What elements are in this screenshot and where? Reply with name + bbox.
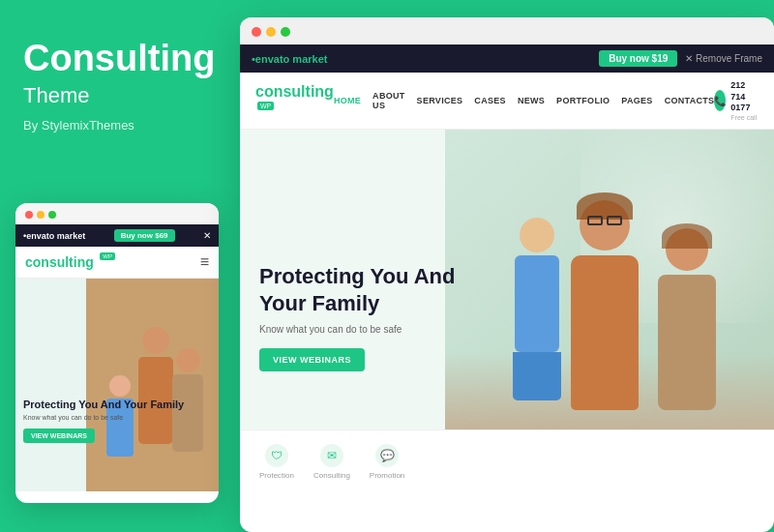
- mobile-logo: consulting WP: [25, 253, 115, 271]
- nav-services[interactable]: SERVICES: [417, 96, 463, 105]
- mobile-topbar: •envato market Buy now $69 ✕: [15, 224, 219, 247]
- close-icon[interactable]: ✕: [203, 230, 211, 241]
- nav-about[interactable]: ABOUT US: [372, 91, 405, 110]
- dp-remove-frame[interactable]: ✕ Remove Frame: [685, 53, 762, 64]
- nav-cases[interactable]: CASES: [474, 96, 506, 105]
- mobile-cta-button[interactable]: VIEW WEBINARS: [23, 429, 95, 443]
- feature-consulting-label: Consulting: [313, 471, 350, 480]
- mobile-hero-subtext: Know what you can do to be safe: [23, 414, 184, 421]
- feature-protection-label: Protection: [259, 471, 294, 480]
- mom-figure: [658, 228, 716, 410]
- dp-hero-section: Protecting You And Your Family Know what…: [240, 130, 774, 429]
- dp-green-dot: [281, 27, 290, 37]
- mobile-buy-button[interactable]: Buy now $69: [114, 229, 175, 242]
- protection-icon: 🛡: [265, 444, 288, 467]
- nav-contacts[interactable]: CONTACTS: [665, 96, 715, 105]
- nav-home[interactable]: HOME: [334, 96, 361, 105]
- dp-buy-button[interactable]: Buy now $19: [599, 50, 677, 67]
- dp-hero-subtext: Know what you can do to be safe: [259, 324, 462, 335]
- dp-navigation: HOME ABOUT US SERVICES CASES NEWS PORTFO…: [334, 91, 714, 110]
- dp-red-dot: [252, 27, 261, 37]
- dp-features-section: 🛡 Protection ✉ Consulting 💬 Promotion: [240, 429, 774, 493]
- dp-phone-info: 212 714 0177 Free call: [730, 80, 759, 121]
- phone-icon: 📞: [714, 90, 726, 111]
- child-figure: [513, 218, 561, 400]
- feature-consulting: ✉ Consulting: [313, 444, 350, 480]
- dp-phone-number: 212 714 0177: [730, 80, 759, 114]
- mobile-traffic-lights: [15, 203, 219, 224]
- left-panel: Consulting Theme By StylemixThemes •enva…: [0, 0, 240, 532]
- dp-yellow-dot: [266, 27, 276, 37]
- nav-pages[interactable]: PAGES: [621, 96, 652, 105]
- dp-phone-area: 📞 212 714 0177 Free call: [714, 80, 759, 121]
- theme-title: Consulting: [23, 39, 217, 79]
- consulting-icon: ✉: [320, 444, 343, 467]
- family-scene: [445, 130, 774, 429]
- mobile-hero-content: Protecting You And Your Family Know what…: [23, 398, 184, 443]
- green-dot: [48, 211, 56, 219]
- dp-hero-cta-button[interactable]: VIEW WEBINARS: [259, 348, 365, 371]
- mobile-site-header: consulting WP ≡: [15, 247, 219, 279]
- dp-hero-photo: [445, 130, 774, 429]
- dp-envato-logo: •envato market: [252, 53, 327, 65]
- red-dot: [25, 211, 33, 219]
- mobile-preview: •envato market Buy now $69 ✕ consulting …: [15, 203, 219, 503]
- mobile-wp-badge: WP: [100, 252, 115, 260]
- feature-promotion-label: Promotion: [370, 471, 404, 480]
- dad-figure: [571, 200, 639, 410]
- dp-logo: consulting: [255, 83, 334, 100]
- nav-news[interactable]: NEWS: [518, 96, 545, 105]
- mobile-logo-text: consulting: [25, 254, 94, 270]
- promotion-icon: 💬: [375, 444, 399, 467]
- dp-site-header: consulting WP HOME ABOUT US SERVICES CAS…: [240, 73, 774, 130]
- desktop-traffic-lights: [240, 17, 774, 44]
- nav-portfolio[interactable]: PORTFOLIO: [556, 96, 610, 105]
- desktop-preview: •envato market Buy now $19 ✕ Remove Fram…: [240, 17, 774, 532]
- mobile-hero: Protecting You And Your Family Know what…: [15, 279, 219, 491]
- desktop-topbar: •envato market Buy now $19 ✕ Remove Fram…: [240, 44, 774, 73]
- envato-logo: •envato market: [23, 231, 85, 241]
- mobile-hero-heading: Protecting You And Your Family: [23, 398, 184, 411]
- dp-hero-content: Protecting You And Your Family Know what…: [259, 263, 462, 371]
- hamburger-icon[interactable]: ≡: [200, 253, 209, 271]
- dp-logo-area: consulting WP: [255, 83, 334, 118]
- dp-wp-badge: WP: [257, 102, 274, 110]
- dp-phone-sub: Free call: [730, 114, 759, 121]
- yellow-dot: [37, 211, 45, 219]
- author-text: By StylemixThemes: [23, 118, 217, 133]
- feature-promotion: 💬 Promotion: [370, 444, 404, 480]
- theme-subtitle: Theme: [23, 83, 217, 108]
- dp-hero-heading: Protecting You And Your Family: [259, 263, 462, 316]
- dp-topbar-right: Buy now $19 ✕ Remove Frame: [599, 50, 762, 67]
- feature-protection: 🛡 Protection: [259, 444, 294, 480]
